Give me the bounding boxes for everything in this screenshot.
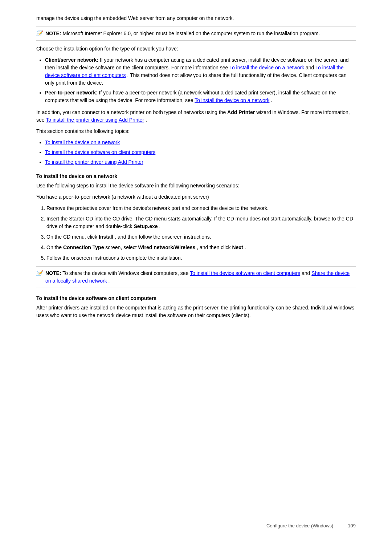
note-icon-1: 📝 [36, 30, 42, 36]
intro-paragraph: manage the device using the embedded Web… [36, 15, 356, 22]
client-server-and: and [306, 65, 315, 70]
step-2: Insert the Starter CD into the CD drive.… [46, 215, 356, 230]
note-label-1: NOTE: [45, 31, 61, 36]
toc-link-1[interactable]: To install the device on a network [45, 139, 120, 145]
step-4-text-mid: screen, select [105, 244, 138, 250]
note-label-2: NOTE: [45, 270, 61, 276]
step-1: Remove the protective cover from the dev… [46, 204, 356, 212]
step-4: On the Connection Type screen, select Wi… [46, 244, 356, 251]
step-4-text-before: On the [46, 244, 63, 250]
link-install-network-2[interactable]: To install the device on a network [195, 97, 269, 103]
list-item-peer-to-peer: Peer-to-peer network: If you have a peer… [45, 89, 356, 104]
section1-intro1: Use the following steps to install the d… [36, 182, 356, 190]
toc-link-3[interactable]: To install the printer driver using Add … [45, 159, 143, 165]
note-box-1: 📝 NOTE: Microsoft Internet Explorer 6.0,… [36, 27, 356, 41]
note-content-2: NOTE: To share the device with Windows c… [45, 270, 356, 285]
step-5-text: Follow the onscreen instructions to comp… [46, 255, 182, 261]
note2-text-mid: and [302, 270, 311, 276]
install-steps-list: Remove the protective cover from the dev… [36, 204, 356, 262]
step-2-bold: Setup.exe [134, 223, 158, 229]
section2-heading: To install the device software on client… [36, 295, 356, 301]
step-3-install-bold: Install [99, 234, 113, 240]
page-footer: Configure the device (Windows) 109 [266, 523, 356, 528]
note2-text-before: To share the device with Windows client … [62, 270, 190, 276]
toc-item-3: To install the printer driver using Add … [45, 158, 356, 166]
link-install-network-1[interactable]: To install the device on a network [229, 65, 304, 70]
footer-label: Configure the device (Windows) [266, 523, 333, 528]
note2-text-after: . [109, 278, 110, 284]
step-4-text-then: , and then click [197, 244, 232, 250]
step-4-next-bold: Next [232, 244, 243, 250]
link-install-client-2[interactable]: To install the device software on client… [190, 270, 300, 276]
step-3-text-before: On the CD menu, click [46, 234, 99, 240]
list-item-client-server: Client/server network: If your network h… [45, 56, 356, 87]
section-contains-text: This section contains the following topi… [36, 127, 356, 135]
step-3: On the CD menu, click Install , and then… [46, 233, 356, 241]
step-4-period: . [245, 244, 246, 250]
footer-page: 109 [348, 523, 356, 528]
peer-to-peer-label: Peer-to-peer network: [45, 90, 98, 96]
note-icon-2: 📝 [36, 270, 42, 276]
note-content-1: NOTE: Microsoft Internet Explorer 6.0, o… [45, 30, 320, 37]
step-4-connection-type-bold: Connection Type [63, 244, 104, 250]
step-2-text-before: Insert the Starter CD into the CD drive.… [46, 216, 353, 229]
link-add-printer[interactable]: To install the printer driver using Add … [46, 117, 144, 123]
addition-paragraph: In addition, you can connect to a networ… [36, 109, 356, 124]
toc-item-2: To install the device software on client… [45, 149, 356, 156]
choose-text: Choose the installation option for the t… [36, 45, 356, 53]
step-4-wired-bold: Wired network/Wireless [138, 244, 196, 250]
step-1-text: Remove the protective cover from the dev… [46, 205, 269, 211]
page-container: manage the device using the embedded Web… [0, 0, 392, 352]
section2-text: After printer drivers are installed on t… [36, 304, 356, 319]
addition-text-before: In addition, you can connect to a networ… [36, 109, 227, 115]
step-5: Follow the onscreen instructions to comp… [46, 254, 356, 262]
client-server-label: Client/server network: [45, 57, 98, 63]
note-text-1: Microsoft Internet Explorer 6.0, or high… [62, 31, 320, 36]
add-printer-bold: Add Printer [227, 109, 255, 115]
peer-to-peer-period: . [271, 97, 272, 103]
toc-item-1: To install the device on a network [45, 139, 356, 146]
toc-link-2[interactable]: To install the device software on client… [45, 149, 155, 155]
step-2-period: . [159, 223, 161, 229]
addition-text-after: . [146, 117, 147, 123]
network-type-list: Client/server network: If your network h… [36, 56, 356, 104]
step-3-text-after: , and then follow the onscreen instructi… [115, 234, 211, 240]
section1-heading: To install the device on a network [36, 173, 356, 179]
note-box-2: 📝 NOTE: To share the device with Windows… [36, 266, 356, 288]
toc-list: To install the device on a network To in… [36, 139, 356, 166]
section1-intro2: You have a peer-to-peer network (a netwo… [36, 193, 356, 201]
